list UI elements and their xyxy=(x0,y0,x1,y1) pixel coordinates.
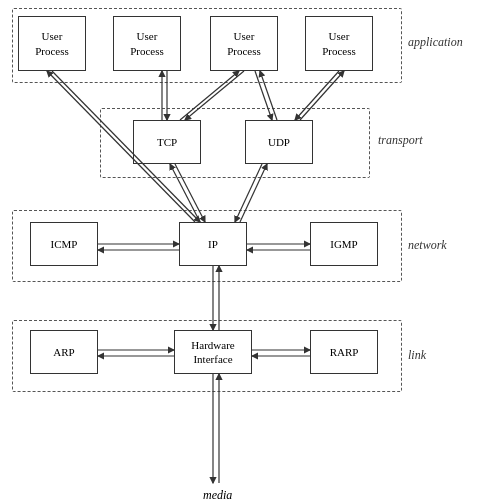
user-process-1: UserProcess xyxy=(18,16,86,71)
user-process-4: UserProcess xyxy=(305,16,373,71)
network-diagram: application transport network link UserP… xyxy=(0,0,500,504)
user-process-2: UserProcess xyxy=(113,16,181,71)
user-process-3: UserProcess xyxy=(210,16,278,71)
ip-box: IP xyxy=(179,222,247,266)
rarp-box: RARP xyxy=(310,330,378,374)
application-label: application xyxy=(408,35,463,50)
icmp-box: ICMP xyxy=(30,222,98,266)
transport-label: transport xyxy=(378,133,423,148)
igmp-box: IGMP xyxy=(310,222,378,266)
link-label: link xyxy=(408,348,426,363)
arp-box: ARP xyxy=(30,330,98,374)
network-label: network xyxy=(408,238,447,253)
tcp-box: TCP xyxy=(133,120,201,164)
udp-box: UDP xyxy=(245,120,313,164)
media-label: media xyxy=(203,488,232,503)
hardware-interface-box: HardwareInterface xyxy=(174,330,252,374)
